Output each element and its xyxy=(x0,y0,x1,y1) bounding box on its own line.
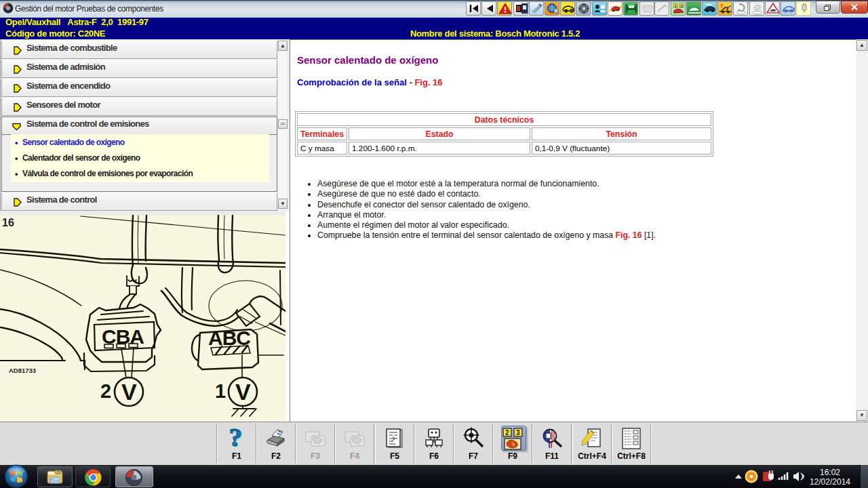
svg-text:?: ? xyxy=(720,3,723,8)
svg-text:16: 16 xyxy=(2,217,14,228)
svg-text:AD81733: AD81733 xyxy=(9,367,36,374)
svg-text:3: 3 xyxy=(516,429,520,436)
svg-text:1: 1 xyxy=(215,380,226,402)
svg-text:V: V xyxy=(235,379,251,405)
svg-text:2: 2 xyxy=(100,380,111,402)
svg-text:2: 2 xyxy=(505,429,509,436)
svg-text:V: V xyxy=(121,379,137,405)
svg-text:?: ? xyxy=(229,426,242,451)
